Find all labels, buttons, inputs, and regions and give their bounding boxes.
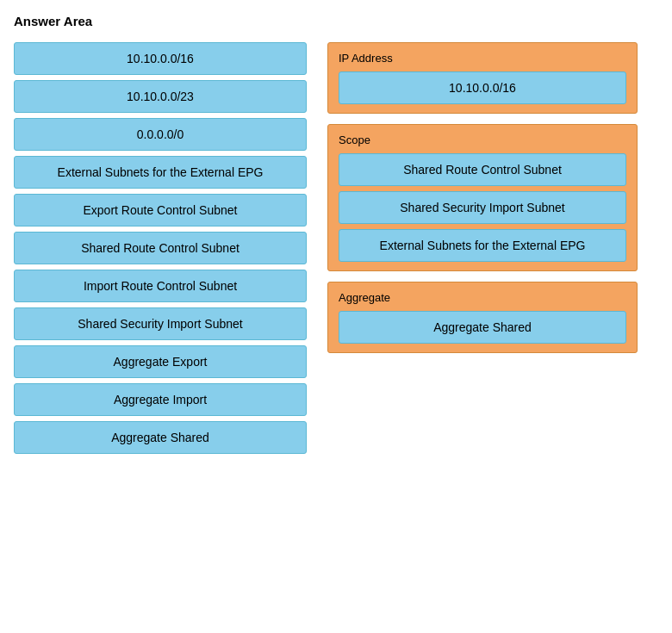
page-container: Answer Area 10.10.0.0/1610.10.0.0/230.0.… bbox=[14, 14, 658, 454]
drop-zone-items-zone-aggregate: Aggregate Shared bbox=[339, 311, 626, 344]
left-option-left-6[interactable]: Shared Route Control Subnet bbox=[14, 232, 307, 264]
drop-zone-label-zone-scope: Scope bbox=[339, 133, 626, 146]
drop-zone-zone-scope[interactable]: ScopeShared Route Control SubnetShared S… bbox=[327, 124, 638, 271]
drop-zone-zone-ip[interactable]: IP Address10.10.0.0/16 bbox=[327, 42, 638, 114]
left-option-left-2[interactable]: 10.10.0.0/23 bbox=[14, 80, 307, 113]
left-option-left-10[interactable]: Aggregate Import bbox=[14, 383, 307, 416]
drop-zone-items-zone-ip: 10.10.0.0/16 bbox=[339, 71, 626, 104]
left-column: 10.10.0.0/1610.10.0.0/230.0.0.0/0Externa… bbox=[14, 42, 307, 454]
drop-zone-items-zone-scope: Shared Route Control SubnetShared Securi… bbox=[339, 153, 626, 262]
right-column: IP Address10.10.0.0/16ScopeShared Route … bbox=[327, 42, 638, 353]
drop-item-scope-2[interactable]: Shared Security Import Subnet bbox=[339, 191, 626, 224]
drop-item-scope-3[interactable]: External Subnets for the External EPG bbox=[339, 229, 626, 262]
answer-area: 10.10.0.0/1610.10.0.0/230.0.0.0/0Externa… bbox=[14, 42, 658, 454]
left-option-left-5[interactable]: Export Route Control Subnet bbox=[14, 194, 307, 227]
left-option-left-11[interactable]: Aggregate Shared bbox=[14, 421, 307, 454]
drop-item-ip-1[interactable]: 10.10.0.0/16 bbox=[339, 71, 626, 104]
page-title: Answer Area bbox=[14, 14, 658, 28]
left-option-left-8[interactable]: Shared Security Import Subnet bbox=[14, 307, 307, 340]
drop-item-scope-1[interactable]: Shared Route Control Subnet bbox=[339, 153, 626, 186]
drop-zone-label-zone-ip: IP Address bbox=[339, 52, 626, 65]
left-option-left-3[interactable]: 0.0.0.0/0 bbox=[14, 118, 307, 151]
drop-item-agg-1[interactable]: Aggregate Shared bbox=[339, 311, 626, 344]
left-option-left-4[interactable]: External Subnets for the External EPG bbox=[14, 156, 307, 189]
left-option-left-7[interactable]: Import Route Control Subnet bbox=[14, 270, 307, 302]
drop-zone-label-zone-aggregate: Aggregate bbox=[339, 291, 626, 304]
left-option-left-1[interactable]: 10.10.0.0/16 bbox=[14, 42, 307, 75]
drop-zone-zone-aggregate[interactable]: AggregateAggregate Shared bbox=[327, 282, 638, 353]
left-option-left-9[interactable]: Aggregate Export bbox=[14, 345, 307, 378]
